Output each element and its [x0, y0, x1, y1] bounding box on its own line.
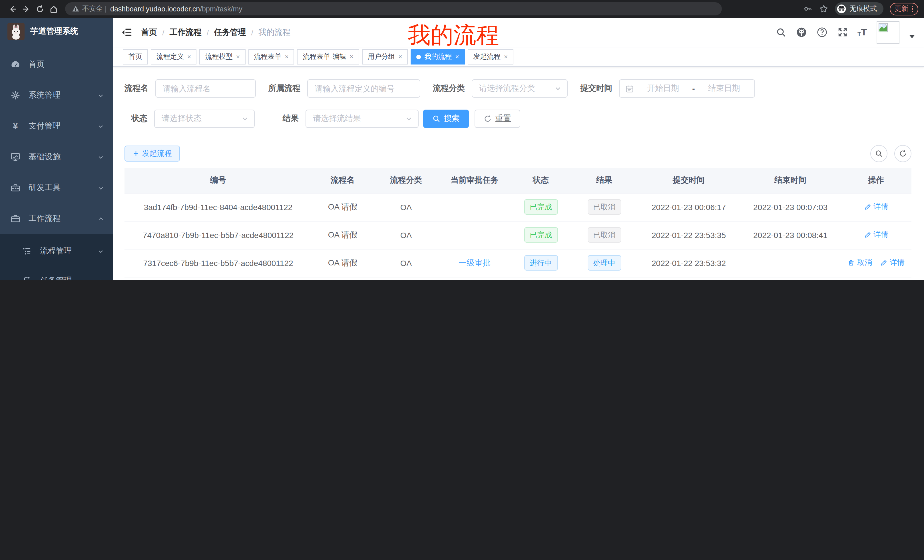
toolbox-icon [10, 183, 21, 193]
row-action-detail[interactable]: 详情 [864, 202, 888, 212]
tab-close-icon[interactable]: × [455, 54, 459, 60]
tab-close-icon[interactable]: × [236, 54, 240, 60]
browser-update-button[interactable]: 更新 [890, 3, 918, 15]
search-icon [875, 150, 883, 157]
sidebar-item-system[interactable]: 系统管理 [0, 80, 113, 111]
tab-process-form[interactable]: 流程表单× [248, 49, 294, 64]
bookmark-star-icon[interactable] [819, 4, 828, 14]
result-select[interactable]: 请选择流结果 [306, 109, 418, 128]
page-annotation: 我的流程 [408, 19, 499, 51]
sidebar: 芋道管理系统 首页 系统管理 ¥ 支付管理 [0, 18, 113, 280]
browser-back-button[interactable] [6, 2, 20, 16]
sidebar-item-process-management[interactable]: 流程管理 [0, 236, 113, 266]
hamburger-icon [122, 27, 132, 38]
reset-button[interactable]: 重置 [475, 109, 520, 128]
cell-submit-time: 2022-01-23 00:06:17 [638, 193, 740, 221]
tab-user-group[interactable]: 用户分组× [362, 49, 408, 64]
parent-process-input[interactable] [307, 79, 420, 97]
tab-close-icon[interactable]: × [399, 54, 402, 60]
address-divider [105, 5, 106, 12]
cell-result: 通过 [571, 277, 638, 280]
column-header-id: 编号 [124, 168, 312, 193]
row-action-cancel[interactable]: 取消 [848, 258, 872, 268]
tab-close-icon[interactable]: × [504, 54, 508, 60]
tab-process-form-edit[interactable]: 流程表单-编辑× [297, 49, 359, 64]
sidebar-item-workflow[interactable]: 工作流程 [0, 203, 113, 234]
cell-actions: 详情 [841, 193, 911, 221]
tab-start-process[interactable]: 发起流程× [467, 49, 513, 64]
cell-submit-time: 2022-01-22 23:53:32 [638, 249, 740, 277]
tab-process-model[interactable]: 流程模型× [200, 49, 246, 64]
font-size-icon[interactable]: TT [858, 27, 867, 37]
trash-icon [848, 259, 855, 267]
browser-menu-icon[interactable] [912, 6, 913, 12]
breadcrumb: 首页 / 工作流程 / 任务管理 / 我的流程 [141, 27, 290, 37]
sidebar-item-payment[interactable]: ¥ 支付管理 [0, 111, 113, 142]
home-icon [49, 4, 58, 13]
sidebar-item-infrastructure[interactable]: 基础设施 [0, 142, 113, 172]
reload-icon [35, 4, 45, 13]
date-range-picker[interactable]: 开始日期 - 结束日期 [619, 79, 755, 97]
tab-close-icon[interactable]: × [350, 54, 354, 60]
sidebar-item-dev-tools[interactable]: 研发工具 [0, 172, 113, 203]
breadcrumb-home[interactable]: 首页 [141, 27, 157, 37]
current-task-link[interactable]: 一级审批 [459, 258, 490, 267]
search-button[interactable]: 搜索 [423, 109, 469, 128]
cell-process-name: OA 请假 [312, 221, 374, 249]
end-date-placeholder: 结束日期 [700, 83, 748, 94]
sidebar-item-home[interactable]: 首页 [0, 49, 113, 80]
status-select[interactable]: 请选择状态 [154, 109, 255, 128]
tab-close-icon[interactable]: × [285, 54, 289, 60]
cell-category: OA [374, 221, 439, 249]
column-header-status: 状态 [510, 168, 571, 193]
status-badge: 已完成 [524, 227, 558, 243]
cell-result: 处理中 [571, 249, 638, 277]
browser-home-button[interactable] [47, 2, 60, 16]
browser-forward-button[interactable] [20, 2, 33, 16]
fullscreen-icon[interactable] [837, 27, 848, 38]
incognito-badge: 无痕模式 [835, 2, 883, 15]
tab-home[interactable]: 首页 [123, 49, 148, 64]
tab-process-definition[interactable]: 流程定义× [151, 49, 197, 64]
tab-my-process[interactable]: 我的流程× [411, 49, 465, 64]
cell-process-id: 7470a810-7b9b-11ec-b5b7-acde48001122 [124, 221, 312, 249]
cell-category: OA [374, 277, 439, 280]
column-header-category: 流程分类 [374, 168, 439, 193]
logo-avatar [8, 22, 24, 40]
address-bar[interactable]: 不安全 dashboard.yudao.iocoder.cn/bpm/task/… [65, 2, 722, 15]
screen: 不安全 dashboard.yudao.iocoder.cn/bpm/task/… [0, 0, 924, 280]
table-header-row: 编号 流程名 流程分类 当前审批任务 状态 结果 提交时间 结束时间 操作 [124, 168, 911, 193]
breadcrumb-task-management[interactable]: 任务管理 [214, 27, 246, 37]
result-badge: 已取消 [587, 199, 621, 215]
header-search-icon[interactable] [775, 27, 786, 38]
app-logo[interactable]: 芋道管理系统 [0, 18, 113, 45]
workflow-submenu: 流程管理 任务管理 我的流程 待办任务 [0, 234, 113, 280]
refresh-table-button[interactable] [894, 145, 911, 162]
tab-close-icon[interactable]: × [188, 54, 191, 60]
sidebar-toggle-button[interactable] [113, 27, 141, 38]
chevron-down-icon [98, 248, 104, 254]
category-select[interactable]: 请选择流程分类 [472, 79, 568, 97]
user-avatar[interactable] [877, 21, 900, 44]
key-icon[interactable] [802, 4, 812, 14]
toggle-search-button[interactable] [870, 145, 888, 162]
incognito-label: 无痕模式 [849, 4, 877, 14]
forward-icon [22, 4, 31, 13]
breadcrumb-workflow[interactable]: 工作流程 [170, 27, 202, 37]
browser-reload-button[interactable] [33, 2, 47, 16]
cell-status: 进行中 [510, 249, 571, 277]
cell-end-time: 2022-01-23 00:08:41 [740, 221, 841, 249]
broken-image-icon [878, 22, 888, 32]
github-icon[interactable] [796, 27, 807, 38]
filter-result: 结果 请选择流结果 [283, 109, 418, 128]
avatar-dropdown-caret[interactable] [909, 34, 915, 38]
help-icon[interactable] [816, 27, 827, 38]
start-process-button[interactable]: 发起流程 [124, 145, 180, 162]
back-icon [8, 4, 17, 13]
sidebar-item-task-management[interactable]: 任务管理 [0, 266, 113, 280]
row-action-detail[interactable]: 详情 [864, 230, 888, 240]
row-action-detail[interactable]: 详情 [880, 258, 904, 268]
process-name-input[interactable] [155, 79, 256, 97]
plus-icon [132, 150, 140, 157]
breadcrumb-separator: / [162, 28, 165, 37]
